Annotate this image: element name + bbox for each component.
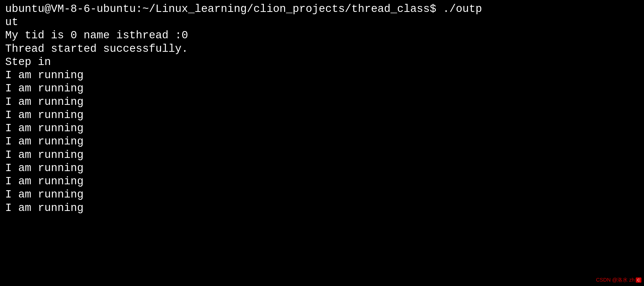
terminal-output-line: I am running	[5, 135, 639, 148]
watermark-badge: C	[636, 277, 641, 283]
terminal-output-line: I am running	[5, 162, 639, 175]
terminal-output-line: I am running	[5, 202, 639, 215]
terminal-output-line: I am running	[5, 82, 639, 95]
watermark-text: CSDN @洛水 zh	[596, 276, 635, 283]
terminal-output-line: I am running	[5, 96, 639, 109]
watermark: CSDN @洛水 zh C	[596, 276, 641, 283]
terminal-output-line: I am running	[5, 69, 639, 82]
terminal-output-line: I am running	[5, 149, 639, 162]
terminal-output-line: I am running	[5, 188, 639, 201]
prompt-line-1: ubuntu@VM-8-6-ubuntu:~/Linux_learning/cl…	[5, 3, 639, 16]
terminal-output-line: I am running	[5, 122, 639, 135]
terminal-window: ubuntu@VM-8-6-ubuntu:~/Linux_learning/cl…	[0, 0, 644, 286]
output-lines: My tid is 0 name isthread :0Thread start…	[5, 29, 639, 215]
prompt-line-2: ut	[5, 16, 639, 29]
terminal-output-line: Step in	[5, 56, 639, 69]
terminal-output-line: I am running	[5, 109, 639, 122]
terminal-output-line: My tid is 0 name isthread :0	[5, 29, 639, 42]
terminal-output-line: Thread started successfully.	[5, 42, 639, 56]
terminal-output-line: I am running	[5, 175, 639, 188]
